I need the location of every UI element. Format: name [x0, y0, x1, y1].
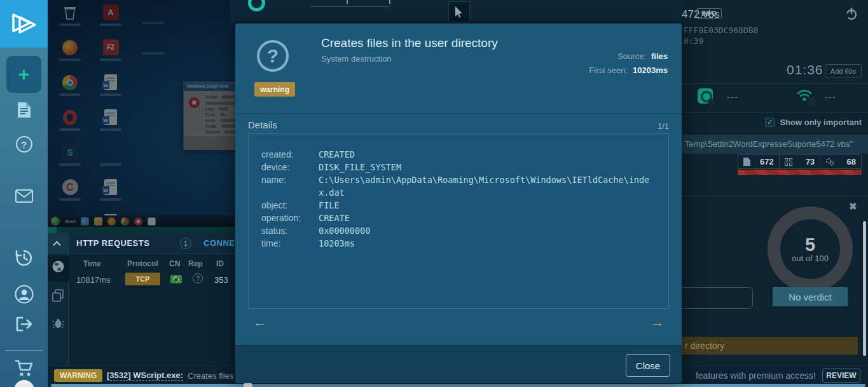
power-button[interactable] — [845, 8, 858, 20]
chevron-up-icon — [53, 241, 61, 249]
hash-fragment: FFF8E03DC968DB8 — [684, 25, 758, 35]
gears-icon — [825, 158, 834, 166]
warning-badge: warning — [254, 82, 295, 97]
collapse-panel-button[interactable] — [48, 233, 69, 254]
mail-icon[interactable] — [0, 189, 48, 203]
files-counter[interactable]: 672 — [738, 155, 779, 168]
network-sidebar — [48, 254, 69, 365]
first-seen-row: First seen:10203ms — [589, 65, 668, 75]
profile-icon[interactable] — [0, 285, 48, 304]
score-caption: out of 100 — [792, 254, 829, 263]
highlighted-event-row[interactable]: r directory — [672, 337, 858, 355]
detail-field: status:0x00000000 — [261, 224, 656, 237]
warning-level-badge: WARNING — [54, 369, 102, 382]
detail-field: operation:CREATE — [261, 212, 656, 224]
question-badge-icon: ? — [257, 40, 289, 72]
detail-field: name:C:\Users\admin\AppData\Roaming\Micr… — [261, 173, 656, 199]
add-time-button[interactable]: Add 60s — [825, 64, 862, 78]
logo-play-icon — [10, 11, 39, 37]
show-only-important-checkbox[interactable]: ✓ — [765, 118, 775, 127]
detail-field: device:DISK_FILE_SYSTEM — [261, 161, 656, 173]
detail-field: created:CREATED — [261, 148, 656, 161]
elapsed-time-fragment: 0:39 — [684, 36, 703, 46]
disk-activity-icon — [698, 88, 713, 104]
event-details-modal: ? Creates files in the user directory Sy… — [235, 24, 682, 383]
modules-icon — [785, 158, 792, 166]
record-ring-icon — [248, 0, 265, 11]
countdown-timer: 01:36 — [787, 62, 823, 78]
globe-icon[interactable] — [52, 261, 64, 273]
app-root: S C A FZ W — [0, 0, 868, 387]
detail-field: object:FILE — [261, 199, 656, 212]
events-counter[interactable]: 68 — [820, 155, 861, 168]
no-verdict-button[interactable]: No verdict — [773, 287, 848, 306]
panel-scrollbar[interactable] — [863, 221, 866, 356]
col-cn: CN — [169, 259, 180, 268]
close-button[interactable]: Close — [626, 354, 670, 377]
modal-title: Creates files in the user directory — [321, 36, 498, 50]
details-box: created:CREATED device:DISK_FILE_SYSTEM … — [248, 133, 669, 309]
file-icon — [743, 158, 750, 166]
protocol-badge: TCP — [125, 273, 160, 285]
event-counters: 672 73 68 — [738, 154, 862, 169]
source-row: Source:files — [617, 51, 668, 61]
disk-activity-value: --- — [727, 92, 739, 102]
tab-http-requests[interactable]: HTTP REQUESTS — [76, 238, 149, 248]
details-label: Details — [248, 119, 277, 130]
network-activity-icon — [796, 88, 813, 103]
scrubber-handle[interactable] — [244, 383, 252, 387]
process-link[interactable]: [3532] WScript.exe: — [107, 370, 183, 381]
video-scrubber[interactable] — [51, 384, 865, 387]
col-protocol: Protocol — [127, 259, 158, 268]
sign-out-icon[interactable] — [0, 316, 48, 332]
show-only-important-row: ✓ Show only important — [659, 113, 868, 131]
history-icon[interactable] — [0, 249, 48, 267]
user-avatar[interactable] — [14, 380, 34, 387]
col-time: Time — [83, 259, 101, 268]
premium-message-fragment: features with premium access! — [696, 370, 816, 381]
cursor-pointer-icon — [455, 6, 464, 18]
screencast-toolbar — [230, 0, 682, 24]
show-only-important-label: Show only important — [780, 118, 862, 127]
danger-progress-bar — [738, 170, 862, 175]
event-message-fragment: Creates files — [188, 371, 233, 381]
modal-footer: Close — [235, 345, 682, 383]
modules-counter[interactable]: 73 — [779, 155, 820, 168]
http-requests-count-badge: 1 — [180, 238, 191, 249]
help-icon[interactable]: ? — [0, 136, 48, 153]
app-sidebar: + ? — [0, 0, 48, 387]
cmdline-row[interactable]: Temp\Settin2WordExpresseSuporte5472.vbs" — [679, 135, 868, 154]
copy-pages-icon[interactable] — [52, 289, 64, 302]
next-arrow-icon[interactable]: → — [651, 315, 664, 330]
verdict-input[interactable] — [680, 287, 753, 309]
score-value: 5 — [805, 236, 815, 254]
review-button[interactable]: REVIEW — [822, 369, 860, 383]
detail-field: time:10203ms — [261, 237, 656, 250]
info-badge[interactable]: INFO — [696, 8, 722, 19]
close-panel-icon[interactable]: ✖ — [849, 201, 857, 212]
col-rep: Rep — [188, 259, 203, 268]
app-logo[interactable] — [0, 0, 48, 48]
prev-arrow-icon[interactable]: ← — [253, 315, 266, 330]
toolbar-ruler — [310, 6, 389, 7]
highlighted-event-fragment: r directory — [685, 341, 724, 351]
network-activity-value: --- — [825, 92, 837, 102]
sidebar-divider — [5, 350, 43, 351]
cursor-mode-button[interactable] — [448, 1, 470, 22]
cart-icon[interactable] — [0, 360, 48, 377]
brazil-flag-icon — [170, 275, 182, 283]
bug-icon[interactable] — [52, 318, 64, 329]
reputation-unknown-icon: ? — [193, 273, 203, 283]
reports-icon[interactable] — [0, 102, 48, 118]
score-gauge: 5 out of 100 — [768, 207, 853, 292]
new-task-button[interactable]: + — [6, 56, 41, 93]
col-id: ID — [216, 259, 224, 268]
row-id-fragment: 353 — [214, 275, 228, 285]
cmdline-fragment: Temp\Settin2WordExpresseSuporte5472.vbs" — [685, 139, 853, 149]
pagination: 1/1 — [658, 121, 669, 131]
modal-subtitle: System destruction — [321, 54, 392, 64]
row-time: 10817ms — [76, 275, 110, 285]
